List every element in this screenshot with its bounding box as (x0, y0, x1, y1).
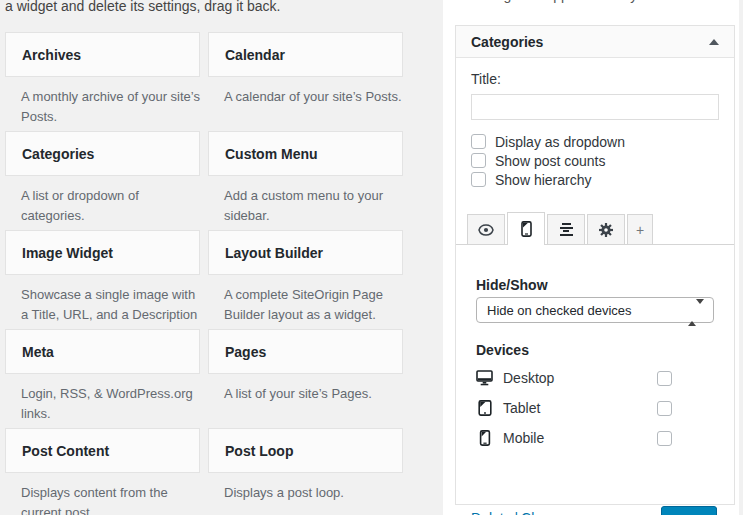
desktop-checkbox[interactable] (657, 371, 672, 386)
show-hierarchy-checkbox[interactable] (471, 172, 486, 187)
smartphone-icon (521, 221, 532, 237)
device-label: Mobile (503, 430, 544, 446)
widget-description: Showcase a single image with a Title, UR… (5, 285, 200, 325)
widget-title: Post Loop (225, 443, 293, 459)
widget-cell-image-widget: Image Widget Showcase a single image wit… (5, 230, 200, 329)
widget-cell-custom-menu: Custom Menu Add a custom menu to your si… (208, 131, 403, 230)
widget-description: Displays content from the current post. (5, 483, 200, 515)
widget-description: A complete SiteOrigin Page Builder layou… (208, 285, 403, 325)
intro-text: a widget and delete its settings, drag i… (5, 0, 281, 15)
widget-description: Displays a post loop. (208, 483, 403, 503)
widget-title: Categories (22, 146, 94, 162)
panel-footer: Delete|Close Save (471, 506, 719, 515)
device-row-tablet: Tablet (476, 397, 672, 419)
device-row-desktop: Desktop (476, 367, 672, 389)
mobile-icon (476, 430, 494, 447)
widget-categories[interactable]: Categories (5, 131, 200, 176)
widget-description: Login, RSS, & WordPress.org links. (5, 384, 200, 424)
device-rows: Desktop Tablet (476, 367, 672, 449)
title-field-label: Title: (471, 71, 719, 87)
categories-widget-header[interactable]: Categories (456, 26, 734, 58)
display-as-dropdown-checkbox[interactable] (471, 134, 486, 149)
widget-title: Post Content (22, 443, 109, 459)
widget-description: A list of your site’s Pages. (208, 384, 403, 404)
delete-link[interactable]: Delete (471, 510, 511, 515)
widget-description: A list or dropdown of categories. (5, 186, 200, 226)
widget-archives[interactable]: Archives (5, 32, 200, 77)
widget-meta[interactable]: Meta (5, 329, 200, 374)
tab-settings[interactable] (587, 214, 625, 244)
widget-description: Add a custom menu to your sidebar. (208, 186, 403, 226)
widget-layout-builder[interactable]: Layout Builder (208, 230, 403, 275)
tab-layout[interactable] (547, 214, 585, 244)
link-separator: | (514, 510, 518, 515)
available-widgets-area: a widget and delete its settings, drag i… (0, 0, 443, 515)
categories-widget-panel: Categories Title: Display as dropdown Sh… (455, 25, 735, 505)
widget-cell-pages: Pages A list of your site’s Pages. (208, 329, 403, 428)
widget-title: Custom Menu (225, 146, 318, 162)
widget-cell-archives: Archives A monthly archive of your site’… (5, 32, 200, 131)
selected-option: Hide on checked devices (487, 303, 632, 318)
select-stepper-icon (688, 304, 704, 322)
widget-description: A calendar of your site’s Posts. (208, 87, 403, 107)
widget-title: Image Widget (22, 245, 113, 261)
save-button[interactable]: Save (661, 506, 717, 515)
checkbox-label: Show hierarchy (495, 172, 592, 188)
form-tabbar: + (456, 212, 734, 245)
tab-add[interactable]: + (627, 214, 653, 244)
devices-heading: Devices (476, 342, 714, 358)
collapse-arrow-icon[interactable] (709, 39, 719, 45)
widget-image-widget[interactable]: Image Widget (5, 230, 200, 275)
widget-custom-menu[interactable]: Custom Menu (208, 131, 403, 176)
widget-description: A monthly archive of your site’s Posts. (5, 87, 200, 127)
device-label: Desktop (503, 370, 554, 386)
widget-title: Layout Builder (225, 245, 323, 261)
option-row: Display as dropdown (471, 133, 719, 150)
widget-cell-post-loop: Post Loop Displays a post loop. (208, 428, 403, 515)
gear-icon (598, 222, 614, 238)
tab-responsive[interactable] (507, 212, 545, 245)
widget-title: Calendar (225, 47, 285, 63)
options-checkbox-group: Display as dropdown Show post counts Sho… (471, 133, 719, 188)
plus-icon: + (636, 222, 644, 238)
widget-cell-calendar: Calendar A calendar of your site’s Posts… (208, 32, 403, 131)
desktop-icon (476, 370, 494, 387)
widget-cell-layout-builder: Layout Builder A complete SiteOrigin Pag… (208, 230, 403, 329)
right-edge-gutter (739, 0, 746, 515)
close-link[interactable]: Close (521, 510, 557, 515)
hide-show-select[interactable]: Hide on checked devices (476, 297, 714, 323)
device-label: Tablet (503, 400, 540, 416)
show-post-counts-checkbox[interactable] (471, 153, 486, 168)
widget-cell-post-content: Post Content Displays content from the c… (5, 428, 200, 515)
option-row: Show hierarchy (471, 171, 719, 188)
title-input[interactable] (471, 94, 719, 120)
mobile-checkbox[interactable] (657, 431, 672, 446)
align-lines-icon (560, 223, 573, 236)
panel-title: Categories (471, 34, 543, 50)
widget-title: Pages (225, 344, 266, 360)
widget-calendar[interactable]: Calendar (208, 32, 403, 77)
clipped-sidebar-text: settings will appear when you (470, 0, 653, 3)
eye-icon (478, 224, 494, 236)
widget-cell-meta: Meta Login, RSS, & WordPress.org links. (5, 329, 200, 428)
widget-title: Meta (22, 344, 54, 360)
tab-visibility[interactable] (467, 214, 505, 244)
checkbox-label: Display as dropdown (495, 134, 625, 150)
widget-post-content[interactable]: Post Content (5, 428, 200, 473)
widgets-admin-screen: a widget and delete its settings, drag i… (0, 0, 750, 515)
footer-links: Delete|Close (471, 510, 557, 515)
tablet-checkbox[interactable] (657, 401, 672, 416)
responsive-tab-content: Hide/Show Hide on checked devices Device… (471, 277, 719, 449)
widget-title: Archives (22, 47, 81, 63)
widget-cell-categories: Categories A list or dropdown of categor… (5, 131, 200, 230)
sidebar-area: settings will appear when you Categories… (443, 0, 740, 515)
tablet-icon (476, 400, 494, 417)
option-row: Show post counts (471, 152, 719, 169)
hide-show-label: Hide/Show (476, 277, 714, 293)
checkbox-label: Show post counts (495, 153, 606, 169)
device-row-mobile: Mobile (476, 427, 672, 449)
categories-widget-form: Title: Display as dropdown Show post cou… (456, 71, 734, 515)
widget-pages[interactable]: Pages (208, 329, 403, 374)
widget-grid: Archives A monthly archive of your site’… (5, 32, 403, 515)
widget-post-loop[interactable]: Post Loop (208, 428, 403, 473)
